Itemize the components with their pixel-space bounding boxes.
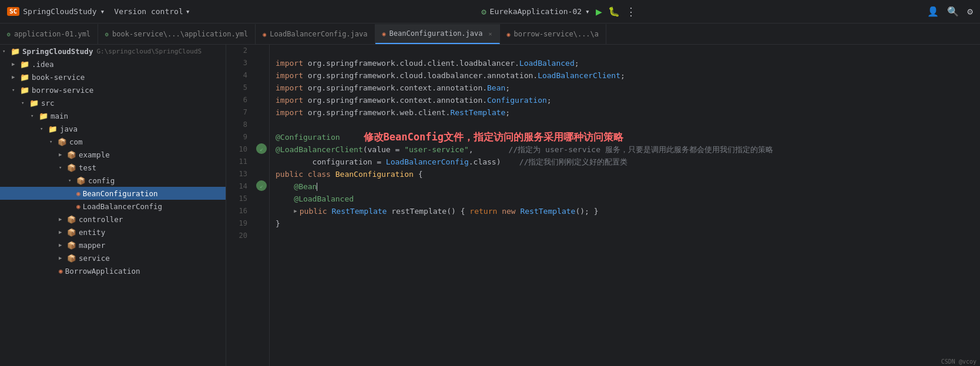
tree-mapper-package[interactable]: ▶ 📦 mapper: [0, 239, 226, 251]
tree-example-package[interactable]: ▶ 📦 example: [0, 148, 226, 161]
tree-config-package[interactable]: ▾ 📦 config: [0, 174, 226, 187]
run-config-label: EurekaApplication-02: [490, 7, 582, 16]
chevron-icon: ▶: [12, 74, 20, 80]
tree-java-folder[interactable]: ▾ 📁 java: [0, 122, 226, 135]
project-name-label: SpringCloudStudy: [23, 7, 96, 16]
tab-label: book-service\...\application.yml: [112, 30, 248, 38]
inline-comment-2: //指定我们刚刚定义好的配置类: [519, 156, 628, 168]
settings-icon[interactable]: ⚙: [967, 6, 973, 17]
tree-root[interactable]: ▾ 📁 SpringCloudStudy G:\springcloud\Spri…: [0, 45, 226, 58]
tab-close-button[interactable]: ✕: [488, 31, 492, 37]
package-icon: 📦: [76, 176, 86, 185]
inline-comment-1: //指定为 user-service 服务，只要是调用此服务都会使用我们指定的策…: [509, 143, 773, 156]
version-control-menu[interactable]: Version control ▾: [114, 7, 190, 16]
tree-item-label: book-service: [32, 73, 85, 82]
editor-gutter: ↙ ↙: [253, 45, 270, 366]
code-editor[interactable]: 2 3 4 5 6 7 8 9 10 11 13 14 15 16 19 20 …: [226, 45, 980, 366]
chevron-icon: ▶: [59, 152, 67, 157]
chevron-icon: ▾: [68, 177, 76, 183]
tab-application-01-yml[interactable]: ⚙ application-01.yml: [0, 24, 98, 44]
tab-yml-icon: ⚙: [7, 31, 11, 38]
code-line-7: import org.springframework.web.client.Re…: [276, 106, 980, 119]
tree-item-label: example: [79, 150, 110, 159]
profile-icon[interactable]: 👤: [927, 6, 939, 17]
tree-item-label: java: [60, 125, 78, 133]
tab-beanconfiguration[interactable]: ◉ BeanConfiguration.java ✕: [375, 24, 500, 44]
code-line-9: @Configuration 修改BeanConfig文件，指定访问的服务采用哪…: [276, 131, 980, 143]
tree-item-label: service: [79, 254, 110, 263]
tree-idea-folder[interactable]: ▶ 📁 .idea: [0, 58, 226, 70]
tree-com-package[interactable]: ▾ 📦 com: [0, 135, 226, 148]
package-icon: 📦: [67, 228, 76, 237]
project-root-path: G:\springcloud\SpringCloudS: [96, 48, 202, 55]
tree-bean-configuration[interactable]: ◉ BeanConfiguration: [0, 187, 226, 200]
chevron-icon: ▾: [21, 100, 29, 106]
code-content[interactable]: import org.springframework.cloud.client.…: [270, 45, 980, 366]
project-sidebar: ▾ 📁 SpringCloudStudy G:\springcloud\Spri…: [0, 45, 226, 366]
chevron-icon: ▾: [2, 48, 11, 54]
tree-item-label: src: [41, 99, 55, 108]
watermark: CSDN @vcoy: [938, 357, 980, 366]
tree-book-service-folder[interactable]: ▶ 📁 book-service: [0, 70, 226, 83]
class-icon: ◉: [59, 267, 63, 275]
top-bar-left: SC SpringCloudStudy ▾ Version control ▾: [7, 7, 190, 16]
code-line-14: @Bean: [276, 180, 980, 193]
tree-item-label: BorrowApplication: [65, 267, 140, 276]
tab-java-icon: ◉: [382, 31, 386, 37]
annotation-comment: 修改BeanConfig文件，指定访问的服务采用哪种访问策略: [364, 131, 623, 143]
code-line-10: @LoadBalancerClient(value = "user-servic…: [276, 143, 980, 156]
chevron-icon: ▶: [12, 61, 20, 67]
more-options-button[interactable]: ⋮: [626, 5, 636, 18]
tab-label: application-01.yml: [14, 30, 90, 38]
debug-button[interactable]: 🐛: [608, 6, 620, 17]
tab-bar: ⚙ application-01.yml ⚙ book-service\...\…: [0, 23, 980, 45]
tree-item-label: test: [79, 163, 96, 172]
code-line-3: import org.springframework.cloud.client.…: [276, 57, 980, 69]
code-line-2: [276, 45, 980, 57]
tree-item-label: entity: [79, 228, 105, 237]
version-control-label: Version control: [114, 7, 183, 16]
project-selector[interactable]: SC SpringCloudStudy ▾: [7, 7, 105, 16]
tree-main-folder[interactable]: ▾ 📁 main: [0, 109, 226, 122]
gutter-bookmark-14: ↙: [256, 180, 267, 191]
top-bar: SC SpringCloudStudy ▾ Version control ▾ …: [0, 0, 980, 23]
tree-item-label: BeanConfiguration: [83, 189, 158, 198]
chevron-icon: ▶: [59, 255, 67, 261]
project-root-icon: 📁: [11, 47, 20, 56]
package-icon: 📦: [67, 254, 76, 263]
run-controls: ⚙ EurekaApplication-02 ▾ ▶ 🐛 ⋮: [481, 5, 636, 18]
gutter-bookmark-9: ↙: [256, 143, 267, 154]
tree-borrow-application[interactable]: ◉ BorrowApplication: [0, 264, 226, 277]
chevron-icon: ▾: [59, 164, 67, 170]
code-line-13: public class BeanConfiguration {: [276, 168, 980, 180]
tree-src-folder[interactable]: ▾ 📁 src: [0, 96, 226, 109]
tree-borrow-service-folder[interactable]: ▾ 📁 borrow-service: [0, 83, 226, 96]
package-icon: 📦: [67, 150, 76, 159]
folder-icon: 📁: [39, 112, 48, 120]
tab-book-service-yml[interactable]: ⚙ book-service\...\application.yml: [98, 24, 256, 44]
fold-arrow-icon[interactable]: ▶: [294, 205, 297, 217]
tab-borrow-service[interactable]: ◉ borrow-service\...\a: [500, 24, 607, 44]
tree-entity-package[interactable]: ▶ 📦 entity: [0, 226, 226, 239]
folder-icon: 📁: [20, 86, 29, 95]
code-line-6: import org.springframework.context.annot…: [276, 94, 980, 106]
tab-java-icon: ◉: [263, 31, 266, 38]
tree-item-label: com: [69, 137, 83, 146]
tab-yml-icon: ⚙: [105, 31, 109, 38]
project-root-label: SpringCloudStudy: [22, 47, 93, 56]
code-line-15: @LoadBalanced: [276, 193, 980, 205]
code-line-4: import org.springframework.cloud.loadbal…: [276, 69, 980, 82]
tree-controller-package[interactable]: ▶ 📦 controller: [0, 213, 226, 226]
tree-loadbalancer-config[interactable]: ◉ LoadBalancerConfig: [0, 200, 226, 213]
class-icon: ◉: [76, 190, 80, 197]
search-icon[interactable]: 🔍: [947, 6, 959, 17]
main-layout: ▾ 📁 SpringCloudStudy G:\springcloud\Spri…: [0, 45, 980, 366]
run-button[interactable]: ▶: [596, 5, 602, 18]
chevron-icon: ▶: [59, 216, 67, 222]
run-config-selector[interactable]: ⚙ EurekaApplication-02 ▾: [481, 7, 590, 16]
tree-test-package[interactable]: ▾ 📦 test: [0, 161, 226, 174]
version-control-arrow: ▾: [186, 7, 190, 16]
tab-loadbalancerconfig[interactable]: ◉ LoadBalancerConfig.java: [256, 24, 375, 44]
tree-service-package[interactable]: ▶ 📦 service: [0, 251, 226, 264]
tree-item-label: mapper: [79, 241, 105, 250]
